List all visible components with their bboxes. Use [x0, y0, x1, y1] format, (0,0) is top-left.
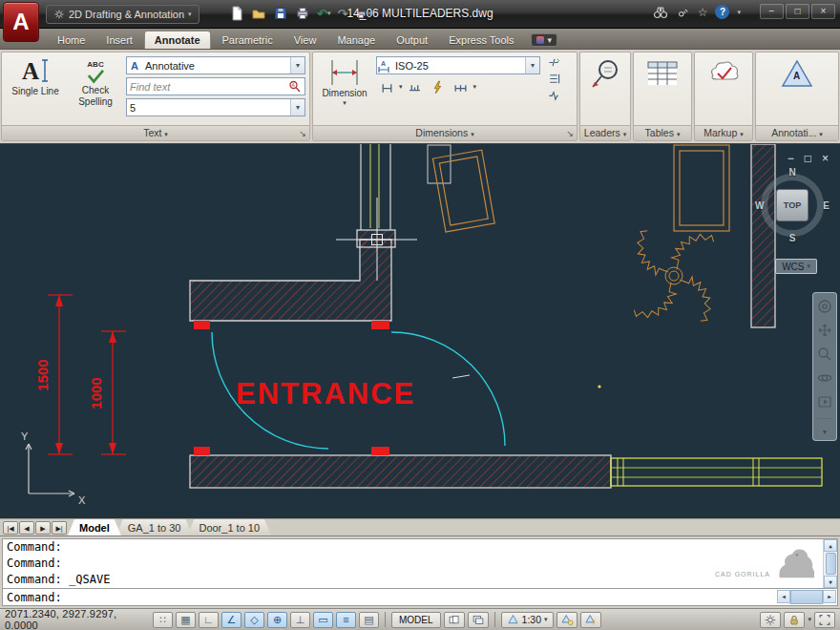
- dimension-style-chevron-icon[interactable]: ▾: [525, 57, 539, 74]
- new-file-button[interactable]: [227, 4, 246, 23]
- text-style-combo-chevron-icon[interactable]: ▾: [290, 57, 304, 74]
- tab-view[interactable]: View: [284, 32, 326, 49]
- polar-toggle[interactable]: ∠: [221, 612, 242, 628]
- revision-cloud-button[interactable]: [703, 55, 745, 122]
- scroll-up-button[interactable]: ▲: [824, 539, 837, 552]
- communication-center-icon[interactable]: [676, 6, 690, 19]
- dimensions-dialog-launcher-icon[interactable]: ↘: [566, 127, 574, 141]
- viewcube-north[interactable]: N: [788, 167, 795, 178]
- showmotion-icon[interactable]: [817, 394, 832, 410]
- wall-lower[interactable]: [190, 455, 611, 488]
- next-tab-button[interactable]: ▶: [35, 521, 51, 535]
- dimension-update-button[interactable]: [428, 77, 449, 96]
- scroll-down-button[interactable]: ▼: [824, 576, 837, 588]
- save-button[interactable]: [271, 4, 290, 23]
- point-marker[interactable]: [598, 385, 600, 388]
- viewport-minimize-icon[interactable]: −: [788, 152, 794, 165]
- window-band[interactable]: [611, 458, 822, 486]
- infocenter-chevron-icon[interactable]: ▾: [737, 9, 741, 16]
- markup-panel-title[interactable]: Markup ▾: [695, 125, 752, 140]
- drawing-canvas[interactable]: 1500 1000 ENTRANCE: [0, 143, 840, 518]
- workspace-switcher[interactable]: 2D Drafting & Annotation ▾: [46, 5, 200, 24]
- table-button[interactable]: [641, 55, 683, 122]
- workspace-switching-button[interactable]: [760, 612, 781, 628]
- tab-home[interactable]: Home: [48, 32, 94, 49]
- fixture-top-right[interactable]: [674, 145, 729, 231]
- adjust-space-button[interactable]: [544, 72, 563, 86]
- linear-dimension-button[interactable]: [376, 77, 397, 96]
- navbar-chevron-icon[interactable]: ▾: [823, 428, 827, 436]
- viewcube-top-face[interactable]: TOP: [776, 189, 808, 221]
- quick-dimension-button[interactable]: [405, 77, 426, 96]
- scroll-thumb[interactable]: [826, 553, 836, 575]
- entrance-text[interactable]: ENTRANCE: [236, 377, 415, 410]
- grid-toggle[interactable]: ▦: [176, 612, 196, 628]
- help-button[interactable]: ?: [715, 5, 729, 19]
- qp-toggle[interactable]: ▤: [359, 612, 379, 628]
- plant-block[interactable]: [626, 223, 723, 329]
- annotation-autoscale-button[interactable]: [580, 612, 601, 628]
- hscroll-thumb[interactable]: [790, 590, 823, 604]
- dimension-break-button[interactable]: [544, 55, 563, 70]
- viewcube-east[interactable]: E: [823, 200, 830, 211]
- tab-insert[interactable]: Insert: [96, 32, 142, 49]
- quick-view-drawings-button[interactable]: [468, 612, 489, 628]
- find-text-input[interactable]: [127, 81, 287, 93]
- text-height-combo-chevron-icon[interactable]: ▾: [290, 99, 304, 116]
- single-line-text-button[interactable]: Single Line: [6, 55, 65, 122]
- tab-manage[interactable]: Manage: [327, 32, 385, 49]
- lwt-toggle[interactable]: ≡: [336, 612, 356, 628]
- text-style-combo[interactable]: Annotative ▾: [126, 56, 305, 74]
- check-spelling-button[interactable]: Check Spelling: [69, 55, 122, 122]
- toolbar-lock-button[interactable]: [784, 612, 805, 628]
- find-text-search-icon[interactable]: A: [287, 79, 304, 94]
- clean-screen-button[interactable]: [814, 612, 835, 628]
- ducs-toggle[interactable]: ⊥: [290, 612, 310, 628]
- command-vertical-scrollbar[interactable]: ▲ ▼: [823, 539, 837, 588]
- fixture-rotated[interactable]: [432, 150, 494, 232]
- tab-output[interactable]: Output: [387, 32, 437, 49]
- model-space-button[interactable]: MODEL: [391, 612, 441, 628]
- viewport-close-icon[interactable]: ×: [822, 152, 829, 165]
- wall-section-lines[interactable]: [361, 144, 390, 230]
- scroll-right-button[interactable]: ▶: [823, 590, 836, 603]
- scroll-left-button[interactable]: ◀: [777, 590, 790, 603]
- dyn-toggle[interactable]: ▭: [313, 612, 333, 628]
- tab-parametric[interactable]: Parametric: [213, 32, 283, 49]
- linear-dimension-chevron-icon[interactable]: ▾: [399, 83, 403, 91]
- viewcube-south[interactable]: S: [789, 233, 796, 243]
- command-history[interactable]: Command: Command: Command: _QSAVE CAD GO…: [2, 538, 838, 588]
- minimize-button[interactable]: −: [760, 4, 784, 19]
- dimension-1500[interactable]: 1500: [34, 295, 73, 454]
- annotation-visibility-button[interactable]: [556, 612, 578, 628]
- layout-tab-ga[interactable]: GA_1 to 30: [116, 519, 193, 536]
- annotation-scale-button[interactable]: [776, 55, 818, 122]
- osnap-toggle[interactable]: ◇: [244, 612, 264, 628]
- otrack-toggle[interactable]: ⊕: [267, 612, 287, 628]
- tables-panel-title[interactable]: Tables ▾: [634, 125, 691, 140]
- last-tab-button[interactable]: ▶|: [52, 521, 67, 535]
- annotation-scale-dropdown[interactable]: 1:30 ▾: [501, 612, 554, 628]
- continue-dimension-button[interactable]: [451, 77, 472, 96]
- prev-tab-button[interactable]: ◀: [19, 521, 34, 535]
- viewcube[interactable]: N S W E TOP: [756, 169, 829, 242]
- dimension-1000[interactable]: 1000: [88, 331, 126, 454]
- zoom-icon[interactable]: [817, 346, 832, 362]
- undo-button[interactable]: ↶▾: [315, 4, 332, 23]
- steering-wheel-icon[interactable]: [817, 299, 832, 314]
- jogged-dimension-button[interactable]: [544, 88, 563, 102]
- layout-tab-door[interactable]: Door_1 to 10: [187, 519, 271, 536]
- dimensions-panel-title[interactable]: Dimensions ▾↘: [313, 125, 577, 140]
- viewcube-west[interactable]: W: [755, 200, 764, 211]
- continue-dimension-chevron-icon[interactable]: ▾: [473, 83, 477, 91]
- wcs-dropdown[interactable]: WCS ▾: [775, 259, 817, 274]
- close-button[interactable]: ×: [811, 4, 835, 19]
- application-menu-button[interactable]: A: [3, 2, 39, 42]
- restore-button[interactable]: □: [786, 4, 809, 19]
- plot-button[interactable]: [293, 4, 312, 23]
- quick-view-layouts-button[interactable]: [444, 612, 465, 628]
- viewport-restore-icon[interactable]: □: [805, 152, 811, 165]
- orbit-icon[interactable]: [817, 370, 832, 386]
- multileader-button[interactable]: [585, 55, 625, 122]
- ortho-toggle[interactable]: ∟: [199, 612, 219, 628]
